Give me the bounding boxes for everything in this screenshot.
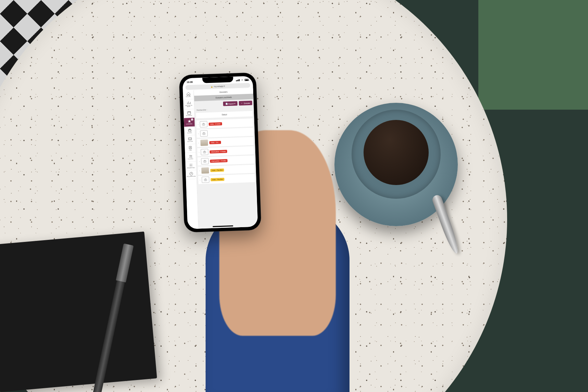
chart-icon (186, 100, 191, 105)
thumbnail (201, 149, 209, 155)
chevron-right-icon: › (198, 133, 199, 135)
status-badge: Visite - Planifiée (210, 168, 224, 172)
svg-point-4 (190, 147, 191, 148)
logout-icon (189, 172, 193, 176)
sidebar-item-planning[interactable]: PLANNING (184, 109, 195, 118)
status-time: 10:06 (187, 81, 193, 83)
sidebar-badge: 5 (191, 119, 193, 121)
signal-icon (236, 79, 240, 81)
home-icon (186, 92, 190, 96)
thumbnail (201, 176, 209, 183)
svg-point-18 (205, 179, 206, 180)
main-content: Dossiers Dossiers archivés 📄 Export ▾ ＋ … (194, 88, 258, 229)
phone-notch (202, 77, 233, 83)
badge-icon (188, 145, 192, 149)
battery-icon (245, 79, 249, 81)
sidebar-item-tableau[interactable]: TABLEAU DE BORD (183, 99, 194, 109)
export-button[interactable]: 📄 Export ▾ (223, 101, 237, 106)
status-badge: Intervention - À traiter (210, 159, 228, 163)
chevron-right-icon: › (199, 170, 200, 172)
dossier-row[interactable]: › (197, 128, 254, 138)
sidebar-item-accueil[interactable]: ACCUEIL (183, 90, 194, 100)
inbox-icon (188, 137, 192, 141)
caret-down-icon: ▾ (234, 102, 235, 105)
url-text: my.rekapp.fr (214, 85, 225, 87)
dossier-row[interactable]: › Visite - À traiter (196, 119, 253, 129)
svg-point-12 (203, 133, 204, 134)
wifi-icon (241, 79, 244, 81)
sidebar-item-parametres[interactable]: PARAMÈTRES (185, 161, 196, 171)
dossier-row[interactable]: › Visite - Planifiée (198, 165, 255, 175)
phone-screen: 10:06 🔒 my.rekapp.fr ACCUEIL TABLEAU DE … (182, 76, 258, 229)
svg-point-6 (191, 156, 192, 157)
dossier-row[interactable]: › Visite - Planifiée (198, 174, 255, 184)
status-badge: Visite - Planifiée (211, 177, 224, 181)
sidebar-item-deconnexion[interactable]: DÉCONNEXION (186, 170, 197, 179)
dossier-row[interactable]: › Intervention - À traiter (197, 146, 254, 157)
photo-background (0, 0, 588, 392)
thumbnail (200, 139, 208, 146)
sidebar-item-achats[interactable]: ACHATS (184, 126, 195, 136)
file-icon: 📄 (225, 103, 228, 105)
svg-rect-0 (187, 111, 191, 114)
chevron-right-icon: › (199, 151, 199, 153)
gear-icon (189, 163, 193, 167)
plus-icon: ＋ (241, 102, 243, 105)
svg-point-16 (204, 161, 205, 162)
column-header-statut[interactable]: Statut (196, 111, 253, 119)
thumbnail (200, 121, 208, 127)
thumbnail (201, 167, 209, 174)
svg-point-14 (204, 151, 205, 152)
green-surface (478, 0, 588, 110)
cart-icon (187, 128, 192, 132)
calendar-icon (187, 110, 191, 114)
sidebar-item-com[interactable]: COM (185, 144, 196, 153)
svg-point-5 (189, 155, 191, 156)
status-badge: Visite - À traiter (209, 122, 222, 125)
sidebar-item-equipes[interactable]: ÉQUIPES (185, 152, 196, 162)
svg-point-7 (190, 164, 191, 166)
star-icon (187, 119, 191, 123)
thumbnail (201, 158, 209, 164)
lock-icon: 🔒 (211, 86, 213, 88)
sidebar-item-gestion[interactable]: GESTION (184, 135, 195, 145)
sidebar-item-dossiers[interactable]: 5 DOSSIERS (184, 118, 195, 127)
dossier-list: › Visite - À traiter› › Visite - À tr…› … (195, 117, 258, 229)
status-badge: Visite - À tr… (209, 140, 221, 144)
chevron-right-icon: › (198, 142, 199, 144)
dossier-row[interactable]: › Visite - À tr… (197, 137, 254, 147)
notebook (0, 232, 157, 392)
thumbnail (200, 130, 208, 137)
chevron-right-icon: › (200, 179, 200, 181)
svg-rect-1 (188, 129, 191, 131)
chevron-right-icon: › (198, 123, 198, 125)
chevron-right-icon: › (199, 160, 200, 162)
add-dossier-button[interactable]: ＋ Dossier (239, 101, 252, 106)
status-badge: Intervention - À traiter (210, 150, 228, 154)
users-icon (188, 154, 193, 158)
dossier-row[interactable]: › Intervention - À traiter (197, 156, 254, 166)
phone-frame: 10:06 🔒 my.rekapp.fr ACCUEIL TABLEAU DE … (179, 72, 261, 233)
svg-point-10 (203, 124, 204, 125)
